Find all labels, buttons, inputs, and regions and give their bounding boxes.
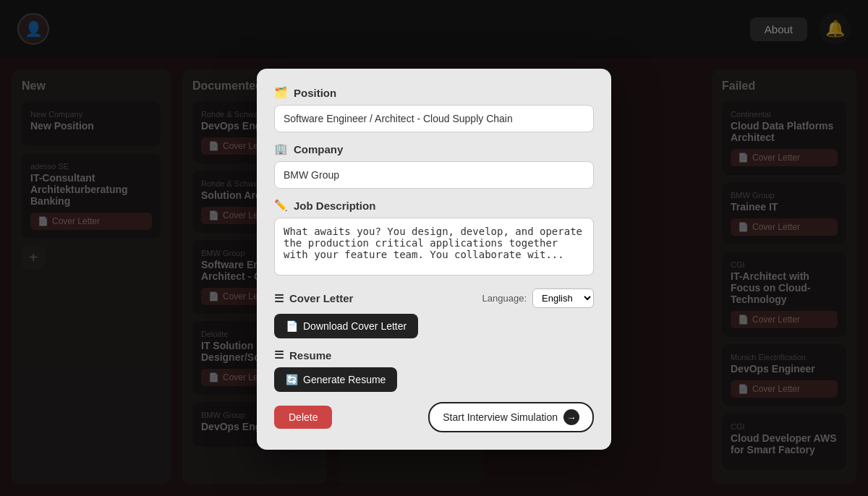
modal-footer: Delete Start Interview Simulation →	[274, 402, 594, 432]
modal: 🗂️ Position 🏢 Company ✏️ Job Description…	[257, 69, 611, 450]
company-input[interactable]	[274, 161, 594, 189]
resume-lines-icon: ☰	[274, 349, 284, 362]
edit-icon: ✏️	[274, 199, 288, 212]
position-icon: 🗂️	[274, 86, 288, 99]
generate-resume-button[interactable]: 🔄 Generate Resume	[274, 367, 397, 392]
interview-simulation-button[interactable]: Start Interview Simulation →	[428, 402, 594, 432]
language-select[interactable]: English German French	[532, 288, 594, 308]
job-description-section-title: ✏️ Job Description	[274, 199, 594, 212]
download-icon: 📄	[286, 320, 298, 332]
job-description-textarea[interactable]: What awaits you? You design, develop, an…	[274, 218, 594, 275]
arrow-icon: →	[563, 409, 579, 425]
resume-section-title: ☰ Resume	[274, 349, 594, 362]
language-label: Language:	[482, 293, 527, 304]
delete-button[interactable]: Delete	[274, 406, 332, 429]
cover-letter-row: ☰ Cover Letter Language: English German …	[274, 288, 594, 308]
download-cover-letter-button[interactable]: 📄 Download Cover Letter	[274, 314, 418, 338]
lines-icon: ☰	[274, 292, 284, 305]
position-input[interactable]	[274, 105, 594, 132]
refresh-icon: 🔄	[286, 374, 298, 385]
language-row: Language: English German French	[482, 288, 594, 308]
cover-letter-section-title: ☰ Cover Letter	[274, 292, 353, 305]
company-icon: 🏢	[274, 142, 288, 155]
company-section-title: 🏢 Company	[274, 142, 594, 155]
position-section-title: 🗂️ Position	[274, 86, 594, 99]
